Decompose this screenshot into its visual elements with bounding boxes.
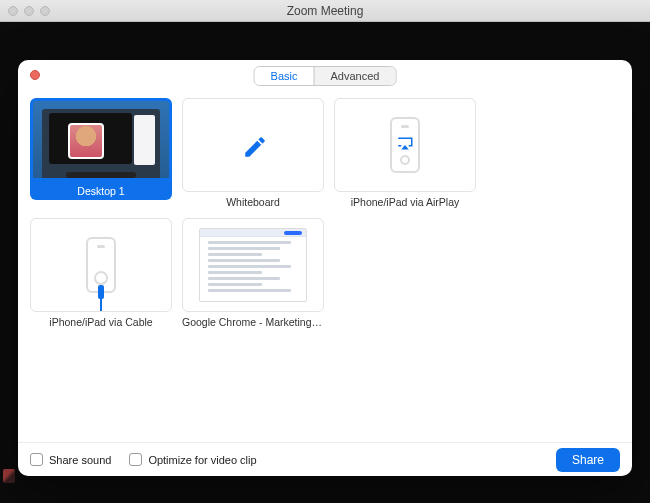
checkbox-label: Share sound xyxy=(49,454,111,466)
cable-wire-icon xyxy=(100,297,102,311)
cable-thumbnail xyxy=(30,218,172,312)
dialog-traffic-lights xyxy=(18,70,40,80)
avatar xyxy=(68,123,104,159)
dialog-header: Basic Advanced xyxy=(18,60,632,90)
close-dialog-icon[interactable] xyxy=(30,70,40,80)
participant-badge xyxy=(3,469,15,483)
meeting-background: Basic Advanced Desktop 1 xyxy=(0,22,650,503)
share-screen-dialog: Basic Advanced Desktop 1 xyxy=(18,60,632,476)
share-option-whiteboard[interactable]: Whiteboard xyxy=(182,98,324,208)
dialog-footer: Share sound Optimize for video clip Shar… xyxy=(18,442,632,476)
option-label: iPhone/iPad via Cable xyxy=(30,316,172,328)
share-button[interactable]: Share xyxy=(556,448,620,472)
checkbox-icon xyxy=(129,453,142,466)
checkbox-label: Optimize for video clip xyxy=(148,454,256,466)
share-option-desktop-1[interactable]: Desktop 1 xyxy=(30,98,172,208)
airplay-icon xyxy=(396,135,414,151)
phone-outline-icon xyxy=(86,237,116,293)
phone-outline-icon xyxy=(390,117,420,173)
chrome-window-thumbnail xyxy=(182,218,324,312)
tab-basic[interactable]: Basic xyxy=(255,67,314,85)
option-label: Desktop 1 xyxy=(30,182,172,200)
share-option-cable[interactable]: iPhone/iPad via Cable xyxy=(30,218,172,328)
tab-switcher: Basic Advanced xyxy=(254,66,397,86)
desktop-preview xyxy=(42,109,160,181)
option-label: iPhone/iPad via AirPlay xyxy=(334,196,476,208)
tab-advanced[interactable]: Advanced xyxy=(313,67,395,85)
browser-preview xyxy=(199,228,307,302)
whiteboard-thumbnail xyxy=(182,98,324,192)
share-option-airplay[interactable]: iPhone/iPad via AirPlay xyxy=(334,98,476,208)
mac-titlebar: Zoom Meeting xyxy=(0,0,650,22)
window-title: Zoom Meeting xyxy=(0,4,650,18)
share-sound-checkbox[interactable]: Share sound xyxy=(30,453,111,466)
airplay-thumbnail xyxy=(334,98,476,192)
checkbox-icon xyxy=(30,453,43,466)
share-options-grid: Desktop 1 Whiteboard xyxy=(18,90,632,328)
option-label: Google Chrome - Marketing - Ligh… xyxy=(182,316,324,328)
pencil-icon xyxy=(242,134,264,156)
share-option-chrome-window[interactable]: Google Chrome - Marketing - Ligh… xyxy=(182,218,324,328)
optimize-video-checkbox[interactable]: Optimize for video clip xyxy=(129,453,256,466)
option-label: Whiteboard xyxy=(182,196,324,208)
